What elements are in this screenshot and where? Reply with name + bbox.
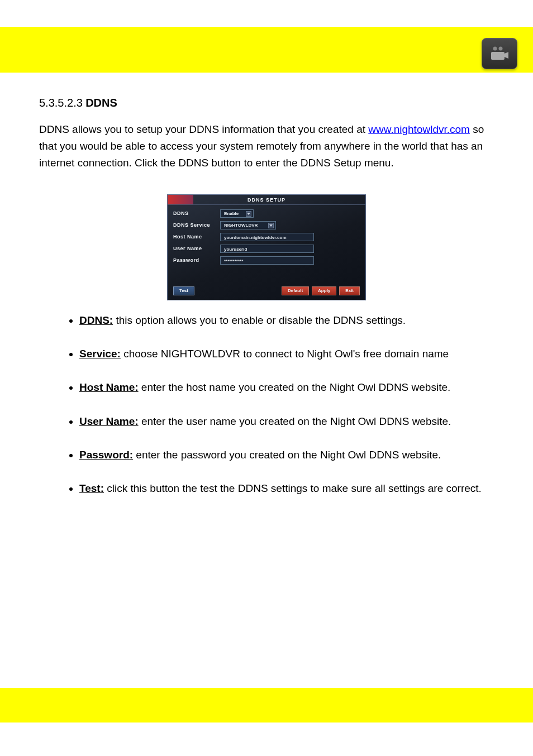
host-name-input[interactable]: yourdomain.nightowldvr.com bbox=[220, 233, 314, 241]
test-button[interactable]: Test bbox=[173, 286, 194, 295]
field-name: Test: bbox=[79, 482, 104, 494]
chevron-down-icon bbox=[246, 211, 251, 217]
user-name-input[interactable]: youruserid bbox=[220, 245, 314, 253]
ddns-service-label: DDNS Service bbox=[173, 222, 220, 229]
password-label: Password bbox=[173, 257, 220, 264]
field-desc: this option allows you to enable or disa… bbox=[113, 314, 406, 326]
field-name: User Name: bbox=[79, 415, 139, 427]
exit-button[interactable]: Exit bbox=[339, 286, 360, 295]
apply-button[interactable]: Apply bbox=[312, 286, 336, 295]
ddns-screenshot: DDNS SETUP DDNS Enable DDNS Service NIGH… bbox=[39, 194, 494, 300]
svg-point-0 bbox=[493, 47, 497, 51]
field-name: DDNS: bbox=[79, 314, 113, 326]
list-item: Service: choose NIGHTOWLDVR to connect t… bbox=[79, 345, 494, 363]
field-name: Password: bbox=[79, 449, 133, 461]
host-name-label: Host Name bbox=[173, 233, 220, 241]
default-button[interactable]: Default bbox=[282, 286, 309, 295]
ddns-enable-select[interactable]: Enable bbox=[220, 209, 254, 218]
svg-point-1 bbox=[499, 47, 503, 51]
ddns-field-label: DDNS bbox=[173, 210, 220, 217]
field-name: Service: bbox=[79, 348, 121, 360]
camera-icon bbox=[482, 38, 517, 69]
intro-paragraph: DDNS allows you to setup your DDNS infor… bbox=[39, 121, 494, 172]
user-name-label: User Name bbox=[173, 245, 220, 252]
ddns-window-title: DDNS SETUP bbox=[168, 195, 365, 204]
intro-text-before: DDNS allows you to setup your DDNS infor… bbox=[39, 123, 368, 135]
field-desc: choose NIGHTOWLDVR to connect to Night O… bbox=[121, 348, 449, 360]
ddns-link[interactable]: www.nightowldvr.com bbox=[368, 123, 470, 135]
field-name: Host Name: bbox=[79, 381, 139, 393]
field-descriptions: DDNS: this option allows you to enable o… bbox=[39, 312, 494, 498]
footer-band bbox=[0, 688, 533, 722]
header-band bbox=[0, 27, 533, 73]
section-heading: 5.3.5.2.3 DDNS bbox=[39, 95, 494, 111]
list-item: User Name: enter the user name you creat… bbox=[79, 413, 494, 430]
list-item: DDNS: this option allows you to enable o… bbox=[79, 312, 494, 329]
section-title: DDNS bbox=[85, 97, 117, 109]
list-item: Host Name: enter the host name you creat… bbox=[79, 379, 494, 396]
ddns-service-select[interactable]: NIGHTOWLDVR bbox=[220, 221, 276, 229]
svg-rect-2 bbox=[491, 52, 505, 60]
section-number: 5.3.5.2.3 bbox=[39, 97, 83, 109]
list-item: Test: click this button the test the DDN… bbox=[79, 480, 494, 497]
field-desc: enter the user name you created on the N… bbox=[139, 415, 451, 427]
chevron-down-icon bbox=[268, 223, 274, 228]
password-input[interactable]: *********** bbox=[220, 256, 314, 265]
field-desc: click this button the test the DDNS sett… bbox=[104, 482, 482, 494]
field-desc: enter the host name you created on the N… bbox=[139, 381, 451, 393]
list-item: Password: enter the password you created… bbox=[79, 446, 494, 464]
field-desc: enter the password you created on the Ni… bbox=[133, 449, 441, 461]
